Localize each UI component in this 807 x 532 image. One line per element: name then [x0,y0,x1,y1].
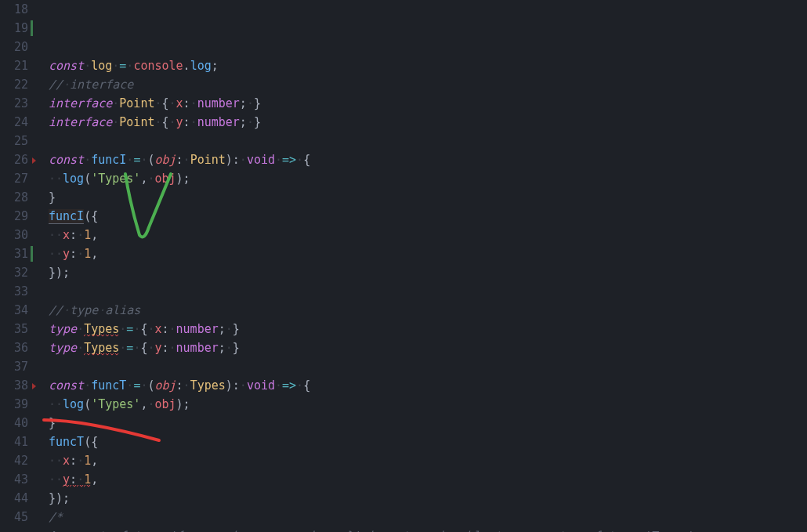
code-line: ··log('Types',·obj); [49,169,807,188]
token-punct: , [91,454,98,468]
token-btype: number [197,96,240,110]
token-ws: · [112,59,119,73]
token-punct: ; [63,491,70,505]
token-kw: const [49,153,84,167]
line-number: 28 [0,188,28,207]
line-number: 23 [0,94,28,113]
token-punct: : [70,454,77,468]
token-punct: ; [219,341,226,355]
token-punct: } [254,96,261,110]
token-func: log [63,172,84,186]
token-ws: · [169,341,176,355]
token-indent: ·· [49,454,63,468]
line-number: 37 [0,357,28,376]
line-number: 19 [0,19,28,38]
token-punct: ) [56,491,63,505]
code-editor[interactable]: 1819202122232425262728293031323334353637… [0,0,807,532]
code-line: interface·Point·{·y:·number;·} [49,113,807,132]
token-ws: · [154,115,161,129]
code-line: type·Types·=·{·y:·number;·} [49,338,807,357]
line-number: 44 [0,489,28,508]
line-number: 18 [0,0,28,19]
token-punct: } [233,341,240,355]
token-ws: · [190,115,197,129]
line-number: 45 [0,508,28,527]
token-ws: · [77,472,84,487]
token-punct: } [49,190,56,204]
token-punct: } [49,416,56,430]
token-punct: : [162,322,169,336]
token-ws: · [84,59,91,73]
token-ident: x [63,228,70,242]
token-punct: : [162,341,169,355]
token-punct: ; [183,172,190,186]
token-btype: void [247,378,275,393]
line-number: 35 [0,320,28,338]
token-param: obj [154,378,176,393]
token-ws: · [84,378,91,393]
token-func: log [190,59,212,73]
token-punct: { [162,115,169,129]
token-kw: type [49,341,77,355]
token-punct: : [233,153,240,167]
token-punct: ; [240,96,247,110]
code-line [49,282,807,301]
token-kw: interface [49,115,112,129]
token-btype: number [197,115,240,129]
line-number: 36 [0,338,28,357]
code-line: /* [49,508,807,527]
token-ident: x [63,454,70,468]
token-ws: · [169,115,176,129]
token-kw: const [49,59,84,73]
code-area[interactable]: const·log·=·console.log;//·interfaceinte… [38,0,807,532]
token-ws: · [119,322,126,336]
token-ws: · [77,341,84,355]
token-ws: · [275,153,282,167]
token-ident: x [154,322,161,336]
code-line: } [49,188,807,207]
token-btype: void [247,153,275,167]
token-ws: · [247,96,254,110]
token-btype: number [176,341,219,355]
line-number: 42 [0,451,28,470]
token-punct: { [303,153,310,167]
token-ws: · [119,341,126,355]
token-ws: · [112,115,119,129]
line-number-gutter: 1819202122232425262728293031323334353637… [0,0,38,532]
line-number: 43 [0,470,28,489]
code-line [49,132,807,150]
code-line: ··log('Types',·obj); [49,395,807,414]
token-kw: type [49,322,77,336]
token-ws: · [240,153,247,167]
token-punct: : [70,472,77,487]
token-punct: } [49,491,56,505]
token-num: 1 [84,247,91,261]
token-cmt: //·type·alias [49,303,140,317]
token-indent: ·· [49,472,63,487]
token-punct: ) [226,378,233,393]
token-ident: obj [154,172,176,186]
line-number: 25 [0,132,28,150]
line-number: 40 [0,414,28,432]
token-indent: ·· [49,172,63,186]
code-line: ··y:·1, [49,470,807,489]
token-punct: { [91,435,98,449]
token-punct: ; [219,322,226,336]
token-punct: : [183,115,190,129]
code-line: }); [49,263,807,282]
token-punct: , [91,472,98,487]
code-line: funcT({ [49,432,807,451]
token-punct: : [176,378,183,393]
code-line: //·type·alias [49,301,807,320]
code-line: const·log·=·console.log; [49,56,807,75]
token-ident: y [63,472,70,487]
code-line: ··x:·1, [49,226,807,244]
token-type: Types [84,341,119,356]
token-punct: ; [183,397,190,411]
code-line [49,357,807,376]
token-cmt: //·interface [49,78,133,92]
code-line: interface·Point·{·x:·number;·} [49,94,807,113]
code-line: ··y:·1, [49,244,807,263]
code-line: Argument·of·type·'{·x:·number;·y:·number… [49,527,807,532]
line-number: 39 [0,395,28,414]
